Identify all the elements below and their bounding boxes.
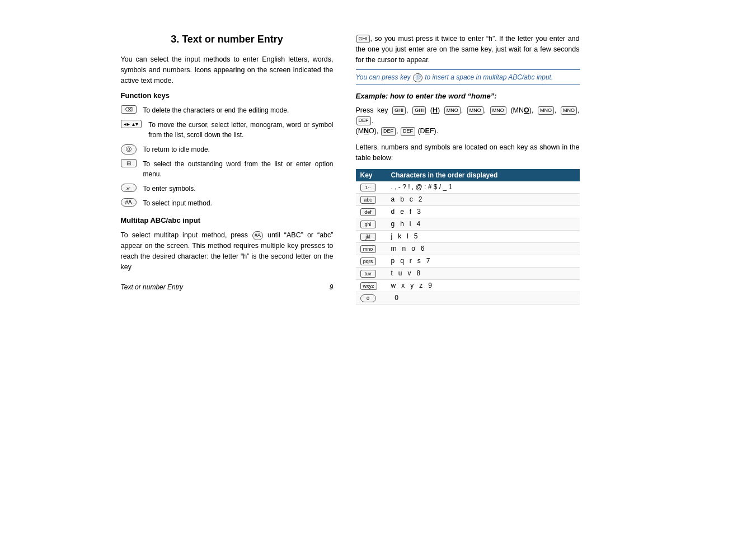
- table-row: ghi g h i 4: [356, 218, 580, 230]
- table-row: 0 0: [356, 292, 580, 304]
- select-key-desc: To select the outstanding word from the …: [143, 159, 334, 179]
- table-header-chars: Characters in the order displayed: [387, 169, 580, 181]
- table-intro: Letters, numbers and symbols are located…: [356, 142, 580, 163]
- row-chars-ghi: g h i 4: [387, 218, 580, 230]
- row-key-tuv: tuv: [356, 267, 387, 279]
- example-title: Example: how to enter the word “home”:: [356, 91, 580, 102]
- row-key-pqrs: pqrs: [356, 255, 387, 267]
- symbols-key-desc: To enter symbols.: [143, 184, 196, 194]
- o-key3-inline: MNO: [490, 106, 506, 115]
- right-column: GHI, so you must press it twice to enter…: [356, 34, 580, 305]
- page: 3. Text or number Entry You can select t…: [0, 0, 756, 338]
- table-row: 1·· . , - ? ! , @ : # $ / _ 1: [356, 181, 580, 194]
- table-row: jkl j k l 5: [356, 230, 580, 242]
- h-key2-inline: GHI: [412, 106, 426, 115]
- delete-key-icon: ⌫: [121, 105, 137, 114]
- o-key2-inline: MNO: [467, 106, 483, 115]
- character-table: Key Characters in the order displayed 1·…: [356, 169, 580, 305]
- footer-page: 9: [330, 283, 334, 291]
- function-item-select: ⊟ To select the outstanding word from th…: [121, 159, 334, 179]
- o-key-inline: MNO: [444, 106, 461, 115]
- table-row: tuv t u v 8: [356, 267, 580, 279]
- idle-key-desc: To return to idle mode.: [143, 144, 210, 154]
- key-icon-def: def: [360, 208, 376, 216]
- row-chars-wxyz: w x y z 9: [387, 279, 580, 292]
- m-key-inline: MNO: [538, 106, 554, 115]
- note-block: You can press key Ⓞ to insert a space in…: [356, 69, 580, 85]
- ghi-key-inline-intro: GHI: [356, 35, 370, 44]
- footer: Text or number Entry 9: [121, 283, 334, 291]
- function-item-input: #A To select input method.: [121, 198, 334, 208]
- key-icon-ghi: ghi: [360, 221, 376, 228]
- multitap-paragraph: To select multitap input method, press #…: [121, 230, 334, 272]
- table-row: wxyz w x y z 9: [356, 279, 580, 292]
- key-icon-mno: mno: [360, 245, 376, 253]
- function-item-cursor: ◂▸ ▴▾ To move the cursor, select letter,…: [121, 120, 334, 140]
- right-intro: GHI, so you must press it twice to enter…: [356, 34, 580, 65]
- table-row: mno m n o 6: [356, 242, 580, 255]
- key-icon-tuv: tuv: [360, 270, 376, 278]
- key-icon-wxyz: wxyz: [360, 282, 377, 290]
- input-key-desc: To select input method.: [143, 198, 212, 208]
- h-key-inline: GHI: [392, 106, 406, 115]
- footer-label: Text or number Entry: [121, 283, 184, 291]
- section-title: 3. Text or number Entry: [121, 34, 334, 45]
- intro-paragraph: You can select the input methods to ente…: [121, 54, 334, 86]
- row-chars-pqrs: p q r s 7: [387, 255, 580, 267]
- d-key-inline: DEF: [381, 127, 396, 136]
- idle-key-icon: Ⓞ: [121, 144, 137, 154]
- m-key2-inline: MNO: [561, 106, 577, 115]
- row-key-mno: mno: [356, 242, 387, 255]
- row-key-abc: abc: [356, 193, 387, 205]
- select-key-icon: ⊟: [121, 159, 137, 167]
- key-icon-0: 0: [360, 294, 376, 302]
- content: 3. Text or number Entry You can select t…: [121, 34, 636, 305]
- row-chars-1: . , - ? ! , @ : # $ / _ 1: [387, 181, 580, 194]
- d-key2-inline: DEF: [401, 127, 415, 136]
- delete-key-desc: To delete the characters or end the edit…: [143, 105, 289, 115]
- key-icon-jkl: jkl: [360, 233, 376, 241]
- key-icon-pqrs: pqrs: [360, 257, 376, 265]
- e-key-inline: DEF: [356, 116, 371, 125]
- function-keys-heading: Function keys: [121, 91, 334, 100]
- row-chars-mno: m n o 6: [387, 242, 580, 255]
- row-key-ghi: ghi: [356, 218, 387, 230]
- table-row: def d e f 3: [356, 205, 580, 218]
- multitap-heading: Multitap ABC/abc input: [121, 216, 334, 224]
- example-detail-text: Press key GHI, GHI (H) MNO, MNO, MNO (MN…: [356, 105, 580, 137]
- cursor-key-desc: To move the cursor, select letter, monog…: [148, 120, 333, 140]
- row-chars-0: 0: [387, 292, 580, 304]
- row-chars-tuv: t u v 8: [387, 267, 580, 279]
- row-chars-jkl: j k l 5: [387, 230, 580, 242]
- key-icon-abc: abc: [360, 196, 376, 204]
- key-icon-1: 1··: [360, 184, 376, 191]
- symbols-key-icon: ⁎·: [121, 184, 137, 192]
- table-row: abc a b c 2: [356, 193, 580, 205]
- table-header-key: Key: [356, 169, 387, 181]
- multitap-key-inline: #A: [252, 231, 263, 240]
- row-chars-def: d e f 3: [387, 205, 580, 218]
- row-key-wxyz: wxyz: [356, 279, 387, 292]
- row-key-def: def: [356, 205, 387, 218]
- function-item-idle: Ⓞ To return to idle mode.: [121, 144, 334, 154]
- row-key-1: 1··: [356, 181, 387, 194]
- row-chars-abc: a b c 2: [387, 193, 580, 205]
- input-key-icon: #A: [121, 198, 137, 207]
- row-key-0: 0: [356, 292, 387, 304]
- row-key-jkl: jkl: [356, 230, 387, 242]
- table-row: pqrs p q r s 7: [356, 255, 580, 267]
- space-key-inline: Ⓞ: [413, 73, 422, 82]
- function-item-symbols: ⁎· To enter symbols.: [121, 184, 334, 194]
- function-item-delete: ⌫ To delete the characters or end the ed…: [121, 105, 334, 115]
- cursor-key-icon: ◂▸ ▴▾: [121, 120, 142, 128]
- function-keys-list: ⌫ To delete the characters or end the ed…: [121, 105, 334, 208]
- left-column: 3. Text or number Entry You can select t…: [121, 34, 334, 305]
